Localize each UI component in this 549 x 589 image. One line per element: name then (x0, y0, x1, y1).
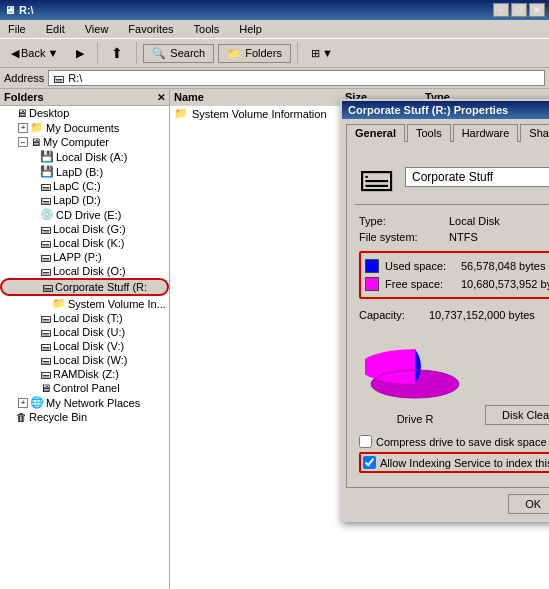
free-space-row: Free space: 10,680,573,952 bytes 9.94 GB (365, 275, 549, 293)
tree-label-controlpanel: Control Panel (53, 382, 120, 394)
tree-item-w[interactable]: 🖴 Local Disk (W:) (0, 353, 169, 367)
mycomputer-icon: 🖥 (30, 136, 41, 148)
folders-panel-title: Folders (4, 91, 44, 103)
tree-label-p: LAPP (P:) (53, 251, 102, 263)
tree-item-mycomputer[interactable]: − 🖥 My Computer (0, 135, 169, 149)
tree-item-r[interactable]: 🖴 Corporate Stuff (R: (0, 278, 169, 296)
menu-tools[interactable]: Tools (190, 22, 224, 36)
tree-label-b: LapD (B:) (56, 166, 103, 178)
address-label: Address (4, 72, 44, 84)
sysvolume-icon: 📁 (52, 297, 66, 310)
tree-label-g: Local Disk (G:) (53, 223, 126, 235)
expand-mydocs[interactable]: + (18, 123, 28, 133)
toolbar-separator-2 (136, 42, 137, 64)
tree-item-desktop[interactable]: 🖥 Desktop (0, 106, 169, 120)
tree-label-r: Corporate Stuff (R: (55, 281, 147, 293)
search-label: Search (170, 47, 205, 59)
menu-help[interactable]: Help (235, 22, 266, 36)
tree-item-b[interactable]: 💾 LapD (B:) (0, 164, 169, 179)
tree-item-p[interactable]: 🖴 LAPP (P:) (0, 250, 169, 264)
title-bar: 🖥 R:\ − □ ✕ (0, 0, 549, 20)
fs-value: NTFS (449, 231, 549, 243)
drive-t-icon: 🖴 (40, 312, 51, 324)
pie-area: Drive R Disk Cleanup (355, 325, 549, 429)
close-button[interactable]: ✕ (529, 3, 545, 17)
search-button[interactable]: 🔍 Search (143, 44, 214, 63)
drive-w-icon: 🖴 (40, 354, 51, 366)
tab-general[interactable]: General (346, 124, 405, 142)
compress-checkbox[interactable] (359, 435, 372, 448)
tree-item-g[interactable]: 🖴 Local Disk (G:) (0, 222, 169, 236)
capacity-row: Capacity: 10,737,152,000 bytes 9.99 GB (355, 305, 549, 325)
index-checkbox[interactable] (363, 456, 376, 469)
tree-item-u[interactable]: 🖴 Local Disk (U:) (0, 325, 169, 339)
pie-chart: Drive R (365, 329, 465, 425)
tree-item-mydocs[interactable]: + 📁 My Documents (0, 120, 169, 135)
free-color-box (365, 277, 379, 291)
network-icon: 🌐 (30, 396, 44, 409)
disk-cleanup-button[interactable]: Disk Cleanup (485, 405, 549, 425)
menu-view[interactable]: View (81, 22, 113, 36)
fs-label: File system: (359, 231, 449, 243)
address-field[interactable]: 🖴 R:\ (48, 70, 545, 86)
forward-button[interactable]: ▶ (69, 44, 91, 63)
back-arrow-icon: ◀ (11, 47, 19, 60)
up-button[interactable]: ⬆ (104, 42, 130, 64)
tree-item-e[interactable]: 💿 CD Drive (E:) (0, 207, 169, 222)
tree-label-c: LapC (C:) (53, 180, 101, 192)
tree-item-v[interactable]: 🖴 Local Disk (V:) (0, 339, 169, 353)
menu-edit[interactable]: Edit (42, 22, 69, 36)
tree-label-v: Local Disk (V:) (53, 340, 124, 352)
ok-button[interactable]: OK (508, 494, 549, 514)
compress-label: Compress drive to save disk space (376, 436, 547, 448)
tree-label-o: Local Disk (O:) (53, 265, 126, 277)
tree-item-t[interactable]: 🖴 Local Disk (T:) (0, 311, 169, 325)
used-bytes: 56,578,048 bytes (461, 260, 549, 272)
tab-sharing[interactable]: Sharing (520, 124, 549, 142)
drive-g-icon: 🖴 (40, 223, 51, 235)
folders-button[interactable]: 📁 Folders (218, 44, 291, 63)
drive-name-input[interactable] (405, 167, 549, 187)
tree-label-mydocs: My Documents (46, 122, 119, 134)
title-icon: 🖥 (4, 4, 15, 16)
forward-icon: ▶ (76, 47, 84, 60)
minimize-button[interactable]: − (493, 3, 509, 17)
expand-network[interactable]: + (18, 398, 28, 408)
view-button[interactable]: ⊞ ▼ (304, 44, 340, 63)
view-dropdown-icon: ▼ (322, 47, 333, 59)
drive-d-icon: 🖴 (40, 194, 51, 206)
drive-k-icon: 🖴 (40, 237, 51, 249)
maximize-button[interactable]: □ (511, 3, 527, 17)
view-icon: ⊞ (311, 47, 320, 60)
menu-favorites[interactable]: Favorites (124, 22, 177, 36)
tree-item-d[interactable]: 🖴 LapD (D:) (0, 193, 169, 207)
tree-item-o[interactable]: 🖴 Local Disk (O:) (0, 264, 169, 278)
tree-item-recycle[interactable]: 🗑 Recycle Bin (0, 410, 169, 424)
tree-label-desktop: Desktop (29, 107, 69, 119)
col-name-header: Name (174, 91, 345, 103)
tree-item-c[interactable]: 🖴 LapC (C:) (0, 179, 169, 193)
toolbar-separator-1 (97, 42, 98, 64)
tab-tools[interactable]: Tools (407, 124, 451, 142)
dialog-tabs: General Tools Hardware Sharing Quota (342, 119, 549, 141)
pie-free (365, 349, 415, 384)
title-bar-buttons: − □ ✕ (493, 3, 545, 17)
tree-item-network[interactable]: + 🌐 My Network Places (0, 395, 169, 410)
tree-item-sysvolume[interactable]: 📁 System Volume In... (0, 296, 169, 311)
menu-file[interactable]: File (4, 22, 30, 36)
tree-item-k[interactable]: 🖴 Local Disk (K:) (0, 236, 169, 250)
expand-mycomputer[interactable]: − (18, 137, 28, 147)
search-icon: 🔍 (152, 47, 166, 60)
main-area: Folders ✕ 🖥 Desktop + 📁 My Documents − 🖥… (0, 89, 549, 589)
tree-label-e: CD Drive (E:) (56, 209, 121, 221)
drive-v-icon: 🖴 (40, 340, 51, 352)
tab-hardware[interactable]: Hardware (453, 124, 519, 142)
folders-close-icon[interactable]: ✕ (157, 92, 165, 103)
dialog-buttons: OK Cancel Apply (342, 488, 549, 520)
back-button[interactable]: ◀ Back ▼ (4, 44, 65, 63)
tree-item-z[interactable]: 🖴 RAMDisk (Z:) (0, 367, 169, 381)
folders-icon: 📁 (227, 47, 241, 60)
tree-item-controlpanel[interactable]: 🖥 Control Panel (0, 381, 169, 395)
index-row: Allow Indexing Service to index this dis… (359, 452, 549, 473)
tree-item-a[interactable]: 💾 Local Disk (A:) (0, 149, 169, 164)
